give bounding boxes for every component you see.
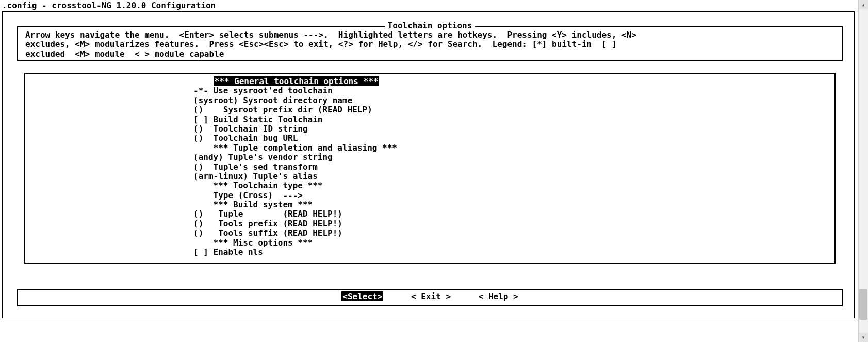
menu-item-6[interactable]: () Toolchain bug URL <box>193 134 397 143</box>
menu-item-9[interactable]: () Tuple's sed transform <box>193 162 397 172</box>
menu-item-8[interactable]: (andy) Tuple's vendor string <box>193 153 397 162</box>
scroll-up-icon[interactable]: ▴ <box>859 0 868 9</box>
menu-item-10[interactable]: (arm-linux) Tuple's alias <box>193 172 397 181</box>
menu-item-17: *** Misc options *** <box>193 238 397 248</box>
menu-item-7: *** Tuple completion and aliasing *** <box>193 143 397 153</box>
menu-item-1[interactable]: -*- Use sysroot'ed toolchain <box>193 86 397 95</box>
menu-item-12[interactable]: Type (Cross) ---> <box>193 191 397 200</box>
scrollbar-thumb[interactable] <box>859 289 867 320</box>
help-button[interactable]: < Help > <box>479 292 518 301</box>
menu-item-3[interactable]: () Sysroot prefix dir (READ HELP) <box>193 105 397 115</box>
vertical-scrollbar[interactable]: ▴ ▾ <box>858 0 868 342</box>
window-title: .config - crosstool-NG 1.20.0 Configurat… <box>2 1 216 10</box>
button-bar: <Select> < Exit > < Help > <box>17 289 843 306</box>
menu-list[interactable]: *** General toolchain options ***-*- Use… <box>24 73 836 264</box>
help-panel: Toolchain options Arrow keys navigate th… <box>17 26 843 61</box>
menu-item-4[interactable]: [ ] Build Static Toolchain <box>193 115 397 124</box>
menu-item-2[interactable]: (sysroot) Sysroot directory name <box>193 96 397 105</box>
menu-item-11: *** Toolchain type *** <box>193 181 397 190</box>
menu-item-16[interactable]: () Tools suffix (READ HELP!) <box>193 229 397 238</box>
menu-item-5[interactable]: () Toolchain ID string <box>193 124 397 134</box>
menu-item-14[interactable]: () Tuple (READ HELP!) <box>193 209 397 219</box>
menu-item-13: *** Build system *** <box>193 200 397 209</box>
help-text: Arrow keys navigate the menu. <Enter> se… <box>25 30 834 59</box>
menu-item-15[interactable]: () Tools prefix (READ HELP!) <box>193 219 397 229</box>
main-frame: Toolchain options Arrow keys navigate th… <box>2 11 855 318</box>
panel-title: Toolchain options <box>385 21 476 30</box>
menu-item-0: *** General toolchain options *** <box>193 77 397 86</box>
select-button[interactable]: <Select> <box>341 292 383 301</box>
scroll-down-icon[interactable]: ▾ <box>859 333 868 342</box>
menu-item-18[interactable]: [ ] Enable nls <box>193 248 397 257</box>
exit-button[interactable]: < Exit > <box>411 292 451 301</box>
